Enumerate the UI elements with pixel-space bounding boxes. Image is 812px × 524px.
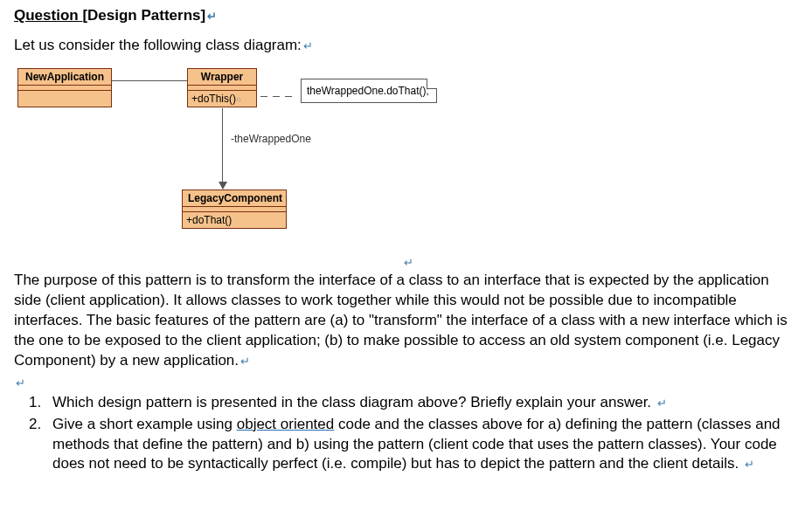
question-1-text: Which design pattern is presented in the… (52, 394, 656, 410)
uml-class-newapplication: NewApplication (17, 68, 112, 107)
question-2-oo: object oriented (237, 416, 335, 432)
uml-class-title: Wrapper (188, 69, 256, 86)
association-line-vertical (222, 108, 223, 189)
uml-ops-section (18, 91, 111, 107)
arrowhead-icon (219, 182, 227, 190)
note-fold-icon (427, 79, 437, 89)
uml-class-title: LegacyComponent (183, 190, 286, 207)
question-list: Which design pattern is presented in the… (45, 393, 798, 475)
uml-class-legacycomponent: LegacyComponent +doThat() (182, 190, 287, 229)
uml-ops-section: +doThis()○ (188, 91, 256, 107)
trailing-mark-row: ↵ (14, 253, 798, 271)
question-heading: Question [Design Patterns]↵ (14, 7, 798, 24)
explanation-text: The purpose of this pattern is to transf… (14, 272, 788, 369)
intro-text: Let us consider the following class diag… (14, 37, 798, 54)
association-line (112, 80, 187, 81)
uml-ops-section: +doThat() (183, 212, 286, 228)
intro-span: Let us consider the following class diag… (14, 37, 302, 53)
uml-note: theWrappedOne.doThat(); (301, 79, 437, 103)
uml-operation: +doThis() (191, 93, 236, 105)
question-2-text-a: Give a short example using (52, 416, 237, 432)
uml-class-wrapper: Wrapper +doThis()○ (187, 68, 257, 107)
uml-class-title: NewApplication (18, 69, 111, 86)
para-mark-icon: ↵ (239, 355, 250, 368)
question-item-2: Give a short example using object orient… (45, 415, 798, 475)
dependency-dash (285, 96, 292, 97)
operation-marker-icon: ○ (236, 94, 241, 104)
dependency-dash (273, 96, 280, 97)
uml-note-text: theWrappedOne.doThat(); (307, 85, 429, 97)
para-mark-icon: ↵ (302, 39, 313, 52)
para-mark-icon: ↵ (656, 396, 667, 410)
para-mark-icon: ↵ (14, 376, 25, 390)
association-label: -theWrappedOne (231, 133, 311, 145)
uml-operation: +doThat() (186, 214, 232, 226)
heading-rest: [Design Patterns] (82, 7, 205, 24)
class-diagram: NewApplication Wrapper +doThis()○ Legacy… (14, 63, 538, 246)
para-mark-icon: ↵ (402, 256, 413, 269)
heading-underlined: Question (14, 7, 82, 24)
explanation-paragraph: The purpose of this pattern is to transf… (14, 271, 798, 371)
blank-line: ↵ (14, 373, 798, 393)
para-mark-icon: ↵ (205, 10, 217, 23)
para-mark-icon: ↵ (743, 458, 754, 471)
question-item-1: Which design pattern is presented in the… (45, 393, 798, 413)
dependency-dash (260, 96, 267, 97)
